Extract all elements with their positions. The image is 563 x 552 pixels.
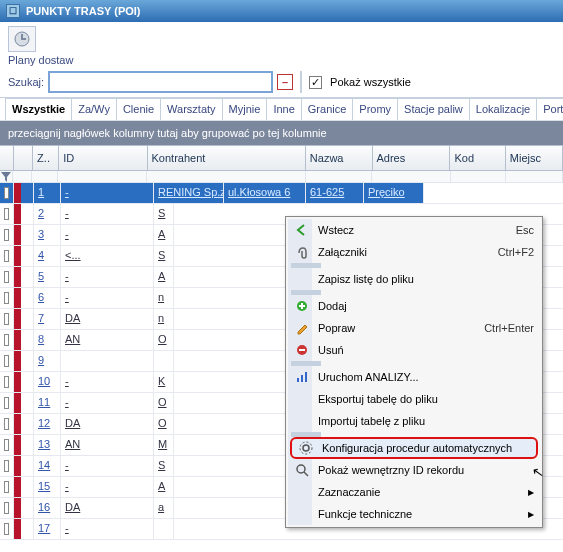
mouse-cursor: ↖ [531,463,546,481]
tab-zawy[interactable]: Za/Wy [71,98,117,120]
tab-clenie[interactable]: Clenie [116,98,161,120]
back-icon [294,222,310,238]
chart-icon [294,369,310,385]
svg-line-12 [304,472,308,476]
show-all-checkbox[interactable]: ✓ [309,76,322,89]
row-checkbox[interactable] [4,292,9,304]
row-checkbox[interactable] [4,376,9,388]
blank-icon [294,506,310,522]
separator [300,71,302,93]
plany-dostaw-label: Plany dostaw [8,54,73,66]
row-checkbox[interactable] [4,187,9,199]
svg-point-9 [303,445,309,451]
row-checkbox[interactable] [4,523,9,535]
menu-item[interactable]: Konfiguracja procedur automatycznych [290,437,538,459]
show-all-label: Pokaż wszystkie [330,76,411,88]
svg-point-10 [300,442,312,454]
table-row[interactable]: 1-RENING Sp.z ...ul.Kłosowa 661-625Pręci… [0,183,563,204]
col-nazwa[interactable]: Nazwa [306,145,373,170]
tab-port[interactable]: Port [536,98,563,120]
toolbar-section: Plany dostaw [0,22,563,68]
blank-icon [294,391,310,407]
menu-item[interactable]: Zapisz listę do pliku [288,268,540,290]
col-id[interactable]: ID [59,145,147,170]
row-checkbox[interactable] [4,481,9,493]
search-input[interactable] [48,71,273,93]
col-kontrahent[interactable]: Kontrahent [148,145,306,170]
row-checkbox[interactable] [4,208,9,220]
row-checkbox[interactable] [4,460,9,472]
row-checkbox[interactable] [4,397,9,409]
col-mark[interactable] [14,145,33,170]
menu-item[interactable]: Uruchom ANALIZY... [288,366,540,388]
tab-lokalizacje[interactable]: Lokalizacje [469,98,537,120]
tab-myjnie[interactable]: Myjnie [222,98,268,120]
menu-item[interactable]: Pokaż wewnętrzny ID rekordu [288,459,540,481]
menu-item[interactable]: Dodaj [288,295,540,317]
col-z[interactable]: Z.. [33,145,59,170]
minus-icon [294,342,310,358]
svg-rect-2 [21,38,26,40]
row-checkbox[interactable] [4,502,9,514]
col-adres[interactable]: Adres [373,145,451,170]
plany-dostaw-button[interactable] [8,26,36,52]
row-checkbox[interactable] [4,229,9,241]
menu-item[interactable]: WsteczEsc [288,219,540,241]
search-label: Szukaj: [8,76,44,88]
svg-rect-6 [297,378,299,382]
tab-wszystkie[interactable]: Wszystkie [5,98,72,120]
col-miejsc[interactable]: Miejsc [506,145,563,170]
row-checkbox[interactable] [4,355,9,367]
category-tabs: Wszystkie Za/Wy Clenie Warsztaty Myjnie … [0,97,563,121]
window-title: PUNKTY TRASY (POI) [26,5,141,17]
gear-icon [298,440,314,456]
row-checkbox[interactable] [4,313,9,325]
svg-rect-5 [299,349,305,351]
tab-promy[interactable]: Promy [352,98,398,120]
blank-icon [294,413,310,429]
menu-item[interactable]: Usuń [288,339,540,361]
row-checkbox[interactable] [4,418,9,430]
filter-row [0,171,563,183]
row-checkbox[interactable] [4,334,9,346]
attach-icon [294,244,310,260]
tab-granice[interactable]: Granice [301,98,354,120]
row-checkbox[interactable] [4,250,9,262]
tab-inne[interactable]: Inne [266,98,301,120]
svg-rect-7 [301,375,303,382]
menu-item[interactable]: Importuj tabelę z pliku [288,410,540,432]
menu-item[interactable]: Funkcje techniczne [288,503,540,525]
col-kod[interactable]: Kod [450,145,505,170]
zoom-icon [294,462,310,478]
tab-warsztaty[interactable]: Warsztaty [160,98,223,120]
tab-stacje[interactable]: Stacje paliw [397,98,470,120]
search-row: Szukaj: – ✓ Pokaż wszystkie [0,68,563,97]
edit-icon [294,320,310,336]
menu-item[interactable]: Eksportuj tabelę do pliku [288,388,540,410]
svg-point-11 [297,465,305,473]
svg-rect-8 [305,372,307,382]
context-menu: WsteczEscZałącznikiCtrl+F2Zapisz listę d… [285,216,543,528]
app-icon: ☐ [6,4,20,18]
titlebar: ☐ PUNKTY TRASY (POI) [0,0,563,22]
clear-search-button[interactable]: – [277,74,293,90]
group-by-hint[interactable]: przeciągnij nagłówek kolumny tutaj aby g… [0,121,563,145]
row-checkbox[interactable] [4,439,9,451]
blank-icon [294,271,310,287]
plus-icon [294,298,310,314]
col-select[interactable] [0,145,14,170]
grid-header: Z.. ID Kontrahent Nazwa Adres Kod Miejsc [0,145,563,171]
menu-item[interactable]: ZałącznikiCtrl+F2 [288,241,540,263]
filter-icon[interactable] [0,171,13,183]
blank-icon [294,484,310,500]
menu-item[interactable]: Zaznaczanie [288,481,540,503]
menu-item[interactable]: PoprawCtrl+Enter [288,317,540,339]
row-checkbox[interactable] [4,271,9,283]
